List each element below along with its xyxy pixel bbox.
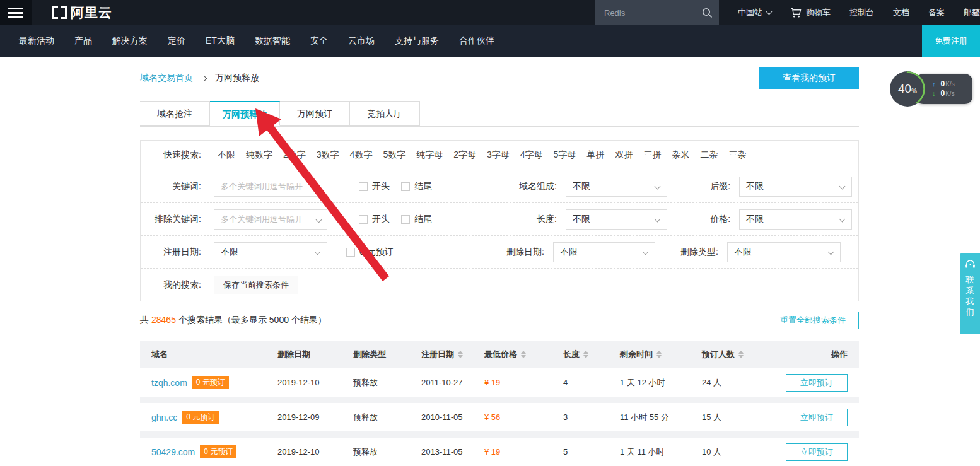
headset-icon — [965, 260, 976, 269]
nav-item[interactable]: 数据智能 — [255, 35, 290, 47]
tab-label: 万网预订 — [297, 108, 332, 119]
zero-yuan-badge: 0 元预订 — [200, 445, 236, 458]
length-cell: 5 — [563, 447, 620, 457]
logo-text: 阿里云 — [71, 4, 112, 21]
quick-filter-option[interactable]: 单拼 — [586, 149, 604, 161]
quick-filter-option[interactable]: 3数字 — [317, 149, 339, 161]
top-search[interactable] — [595, 0, 719, 25]
zero-yuan-label[interactable]: 0 元预订 — [359, 247, 394, 258]
del-date-select[interactable]: 不限 — [553, 242, 655, 262]
domain-link[interactable]: tzqh.com — [151, 378, 187, 388]
save-search-button[interactable]: 保存当前搜索条件 — [214, 276, 298, 294]
sort-icon[interactable] — [656, 351, 662, 358]
del-type-select[interactable]: 不限 — [727, 242, 841, 262]
quick-filter-option[interactable]: 纯字母 — [416, 149, 443, 161]
quick-filter-option[interactable]: 不限 — [218, 149, 235, 161]
column-header[interactable]: 域名 — [151, 349, 277, 360]
column-header[interactable]: 操作 — [778, 349, 848, 360]
ends-with-label[interactable]: 结尾 — [414, 214, 432, 225]
quick-filter-option[interactable]: 4数字 — [350, 149, 373, 161]
starts-with-label[interactable]: 开头 — [372, 214, 390, 225]
quick-filter-option[interactable]: 三杂 — [728, 149, 746, 161]
console-link[interactable]: 控制台 — [849, 7, 874, 18]
column-header[interactable]: 删除日期 — [277, 349, 353, 360]
quick-filter-option[interactable]: 4字母 — [520, 149, 543, 161]
column-header[interactable]: 长度 — [563, 349, 620, 360]
quick-filter-option[interactable]: 双拼 — [615, 149, 633, 161]
quick-filter-option[interactable]: 5数字 — [383, 149, 405, 161]
ends-with-label[interactable]: 结尾 — [414, 181, 432, 192]
region-selector[interactable]: 中国站 — [738, 7, 771, 18]
column-header[interactable]: 最低价格 — [484, 349, 563, 360]
free-register-button[interactable]: 免费注册 — [922, 25, 980, 57]
contact-us-widget[interactable]: 联系我们 — [960, 253, 980, 334]
nav-item[interactable]: 合作伙伴 — [459, 35, 494, 47]
search-icon[interactable] — [702, 8, 713, 18]
tab[interactable]: 竞拍大厅 — [350, 101, 420, 126]
sort-icon[interactable] — [583, 351, 588, 358]
login-link[interactable]: 登录 — [972, 0, 980, 25]
starts-with-checkbox[interactable] — [359, 182, 368, 191]
reg-date-select[interactable]: 不限 — [214, 242, 327, 262]
download-arrow-icon: ↓ — [932, 89, 936, 98]
tab[interactable]: 万网预订 — [280, 101, 350, 126]
hamburger-menu-icon[interactable] — [0, 0, 32, 25]
column-header[interactable]: 预订人数 — [702, 349, 778, 360]
delete-date-cell: 2019-12-09 — [277, 412, 353, 422]
quick-filter-option[interactable]: 2数字 — [283, 149, 306, 161]
sort-icon[interactable] — [521, 351, 526, 358]
exclude-input[interactable] — [214, 209, 327, 230]
quick-filter-option[interactable]: 杂米 — [672, 149, 689, 161]
quick-filter-option[interactable]: 5字母 — [554, 149, 576, 161]
tab[interactable]: 万网预释放 — [210, 101, 280, 126]
quick-filter-option[interactable]: 2字母 — [453, 149, 476, 161]
composition-value: 不限 — [573, 181, 590, 192]
starts-with-label[interactable]: 开头 — [372, 181, 390, 192]
quick-filter-option[interactable]: 3字母 — [487, 149, 510, 161]
quick-filter-option[interactable]: 三拼 — [643, 149, 661, 161]
nav-item[interactable]: 解决方案 — [112, 35, 148, 47]
nav-item[interactable]: 安全 — [310, 35, 328, 47]
aliyun-logo[interactable]: 阿里云 — [42, 0, 112, 25]
keyword-input[interactable] — [214, 177, 327, 197]
ends-with-checkbox[interactable] — [401, 182, 410, 191]
nav-item[interactable]: 云市场 — [348, 35, 375, 47]
download-speed-value: 0 — [941, 89, 945, 98]
length-select[interactable]: 不限 — [566, 209, 667, 230]
nav-item[interactable]: 产品 — [74, 35, 92, 47]
tab[interactable]: 域名抢注 — [140, 101, 210, 126]
del-type-value: 不限 — [734, 247, 752, 258]
beian-link[interactable]: 备案 — [928, 7, 945, 18]
quick-filter-option[interactable]: 二杂 — [700, 149, 718, 161]
sort-icon[interactable] — [458, 351, 463, 358]
reserve-now-button[interactable]: 立即预订 — [786, 409, 848, 426]
top-search-input[interactable] — [604, 8, 702, 18]
starts-with-checkbox[interactable] — [359, 215, 368, 224]
upload-speed-value: 0 — [941, 79, 945, 89]
breadcrumb-home-link[interactable]: 域名交易首页 — [140, 73, 193, 84]
reservations-cell: 24 人 — [702, 377, 778, 388]
nav-item[interactable]: 最新活动 — [19, 35, 54, 47]
reset-filters-button[interactable]: 重置全部搜索条件 — [767, 312, 859, 329]
nav-item[interactable]: 支持与服务 — [395, 35, 439, 47]
suffix-select[interactable]: 不限 — [739, 177, 852, 197]
nav-item[interactable]: ET大脑 — [206, 35, 235, 47]
composition-select[interactable]: 不限 — [566, 177, 667, 197]
domain-link[interactable]: ghn.cc — [151, 412, 177, 422]
price-select[interactable]: 不限 — [739, 209, 852, 230]
view-my-reservations-button[interactable]: 查看我的预订 — [759, 67, 859, 89]
docs-link[interactable]: 文档 — [893, 7, 909, 18]
ends-with-checkbox[interactable] — [401, 215, 410, 224]
column-header[interactable]: 注册日期 — [421, 349, 484, 360]
reserve-now-button[interactable]: 立即预订 — [786, 443, 848, 461]
zero-yuan-checkbox[interactable] — [346, 248, 355, 257]
quick-filter-option[interactable]: 纯数字 — [246, 149, 272, 161]
sort-icon[interactable] — [738, 351, 744, 358]
register-date-cell: 2011-10-27 — [421, 378, 484, 387]
cart-link[interactable]: 购物车 — [790, 7, 831, 18]
column-header[interactable]: 剩余时间 — [620, 349, 702, 360]
reserve-now-button[interactable]: 立即预订 — [786, 374, 848, 392]
nav-item[interactable]: 定价 — [168, 35, 185, 47]
column-header[interactable]: 删除类型 — [353, 349, 421, 360]
domain-link[interactable]: 50429.com — [151, 447, 195, 457]
